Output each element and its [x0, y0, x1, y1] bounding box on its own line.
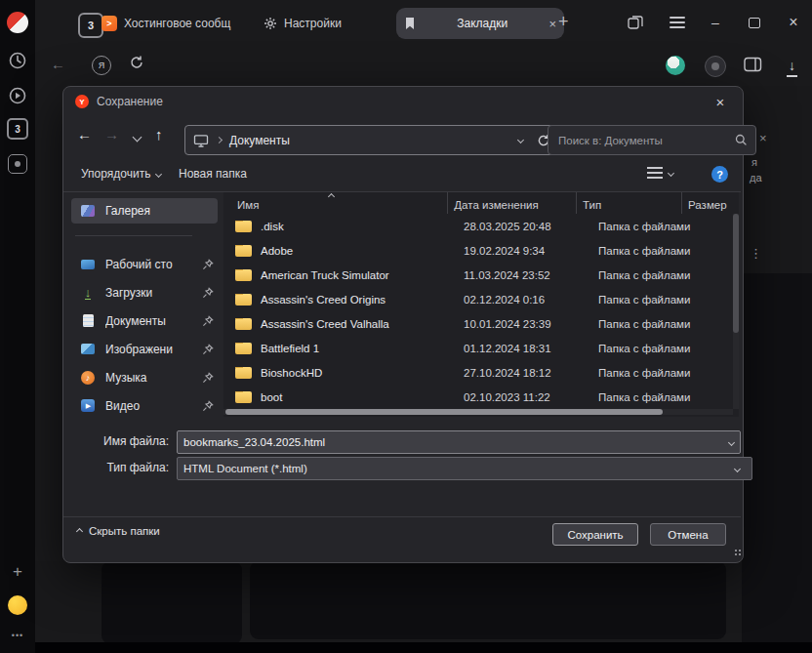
history-icon[interactable] [0, 51, 35, 70]
sidebar-add-icon[interactable]: + [0, 562, 35, 582]
folder-icon [235, 294, 252, 306]
file-row[interactable]: American Truck Simulator 11.03.2024 23:5… [223, 263, 733, 287]
breadcrumb-separator-icon [216, 137, 223, 143]
copy-tabs-icon[interactable] [627, 14, 644, 31]
file-type: Папка с файлами [592, 269, 703, 281]
place-label: Загрузки [105, 286, 202, 300]
screenshot-icon[interactable] [0, 154, 35, 174]
dialog-close-icon[interactable]: × [700, 87, 741, 116]
file-name: American Truck Simulator [261, 269, 389, 281]
cancel-button[interactable]: Отмена [650, 523, 726, 546]
pin-icon [202, 400, 214, 412]
reload-icon[interactable] [129, 55, 144, 70]
extension-icon-1[interactable] [666, 56, 685, 75]
filename-input[interactable] [178, 436, 729, 448]
filename-combo[interactable] [177, 430, 741, 454]
save-button[interactable]: Сохранить [552, 523, 638, 546]
nav-back-icon[interactable]: ← [77, 126, 92, 143]
help-icon[interactable] [711, 166, 728, 183]
filename-label: Имя файла: [63, 434, 169, 448]
place-item[interactable]: Изображени [71, 335, 218, 363]
minimize-icon[interactable]: – [701, 10, 730, 35]
search-input[interactable] [556, 134, 735, 147]
media-play-icon[interactable] [0, 86, 35, 105]
vertical-scrollbar[interactable] [733, 214, 739, 409]
bookmark-icon [404, 17, 416, 30]
extension-icon-2[interactable] [705, 56, 726, 77]
place-item[interactable]: Документы [71, 306, 218, 335]
yandex-search-icon[interactable]: Я [92, 56, 111, 75]
file-rows: .disk 28.03.2025 20:48 Папка с файлами A… [223, 214, 733, 409]
new-folder-button[interactable]: Новая папка [179, 167, 247, 181]
nav-recent-chevron-icon[interactable] [133, 133, 142, 143]
nav-up-icon[interactable]: ↑ [155, 126, 163, 143]
file-row[interactable]: Assassin's Creed Valhalla 10.01.2024 23:… [223, 311, 733, 336]
scrollbar-thumb[interactable] [733, 214, 739, 333]
alice-icon[interactable] [0, 595, 35, 615]
video-icon [79, 398, 97, 414]
tab-hosting[interactable]: Хостинговое сообщ [94, 10, 265, 37]
bookmark-card[interactable] [250, 561, 726, 639]
place-label: Документы [105, 314, 202, 328]
place-label: Рабочий сто [105, 258, 202, 271]
filename-dropdown-icon[interactable] [728, 438, 735, 445]
place-label: Видео [105, 399, 202, 413]
place-gallery-selected[interactable]: Галерея [71, 198, 218, 224]
file-row[interactable]: boot 02.10.2023 11:22 Папка с файлами [223, 385, 733, 409]
file-row[interactable]: .disk 28.03.2025 20:48 Папка с файлами [223, 214, 733, 238]
column-header-date[interactable]: Дата изменения [448, 192, 577, 214]
tab-label: Настройки [284, 17, 342, 30]
toast-close-icon[interactable]: × [759, 131, 767, 145]
hide-folders-button[interactable]: Скрыть папки [77, 525, 160, 537]
place-item[interactable]: Музыка [71, 363, 218, 391]
sidebar-more-icon[interactable]: ••• [0, 631, 35, 640]
column-header-type[interactable]: Тип [577, 192, 682, 214]
breadcrumb-bar[interactable]: Документы [184, 125, 559, 155]
file-row[interactable]: BioshockHD 27.10.2024 18:12 Папка с файл… [223, 360, 733, 385]
place-item[interactable]: Видео [71, 391, 218, 420]
scrollbar-thumb[interactable] [225, 409, 663, 415]
place-item[interactable]: Загрузки [71, 278, 218, 306]
file-row[interactable]: Adobe 19.02.2024 9:34 Папка с файлами [223, 238, 733, 263]
pin-icon [202, 315, 214, 327]
place-label: Изображени [105, 343, 202, 356]
window-close-icon[interactable]: × [779, 10, 808, 35]
back-icon[interactable]: ← [51, 56, 65, 72]
search-box[interactable] [548, 125, 756, 155]
column-header-name[interactable]: Имя [223, 192, 448, 214]
file-row[interactable]: Assassin's Creed Origins 02.12.2024 0:16… [223, 287, 733, 311]
bookmark-card[interactable] [102, 561, 242, 644]
column-header-size[interactable]: Размер [682, 192, 739, 214]
filetype-select[interactable]: HTML Document (*.html) [177, 457, 752, 480]
menu-icon[interactable] [670, 17, 685, 28]
horizontal-scrollbar[interactable] [223, 409, 733, 415]
downloads-icon[interactable]: ↓ [789, 58, 795, 73]
browser-logo-icon[interactable] [0, 12, 35, 33]
side-panel-icon[interactable] [744, 57, 762, 72]
tab-settings[interactable]: Настройки [256, 10, 367, 37]
tab-close-icon[interactable]: × [548, 17, 556, 31]
nav-forward-icon[interactable]: → [104, 126, 119, 143]
page-background-bottom [35, 561, 812, 653]
file-row[interactable]: Battlefield 1 01.12.2024 18:31 Папка с ф… [223, 336, 733, 360]
card-menu-icon[interactable]: ⋮ [750, 246, 762, 261]
tab-bookmarks-active[interactable]: Закладки × [396, 8, 564, 39]
tabs-counter-icon[interactable]: 3 [0, 118, 35, 140]
resize-grip[interactable] [727, 546, 739, 557]
breadcrumb-location[interactable]: Документы [229, 134, 290, 147]
file-type: Папка с файлами [592, 367, 703, 379]
tab-label: Закладки [423, 17, 542, 30]
file-date: 19.02.2024 9:34 [458, 245, 592, 257]
maximize-icon[interactable] [740, 10, 769, 35]
new-tab-icon[interactable]: + [558, 12, 569, 32]
organize-button[interactable]: Упорядочить [81, 167, 161, 181]
view-mode-button[interactable] [647, 167, 673, 180]
file-date: 27.10.2024 18:12 [458, 367, 592, 379]
dialog-title: Сохранение [97, 95, 163, 108]
place-item[interactable]: Рабочий сто [71, 250, 218, 278]
file-name: Assassin's Creed Valhalla [261, 318, 389, 330]
file-type: Папка с файлами [592, 391, 703, 403]
browser-window: 3 + ••• 3 Хостинговое сообщ Настройки За… [0, 0, 812, 653]
pin-icon [202, 287, 214, 299]
address-dropdown-icon[interactable] [517, 137, 524, 143]
